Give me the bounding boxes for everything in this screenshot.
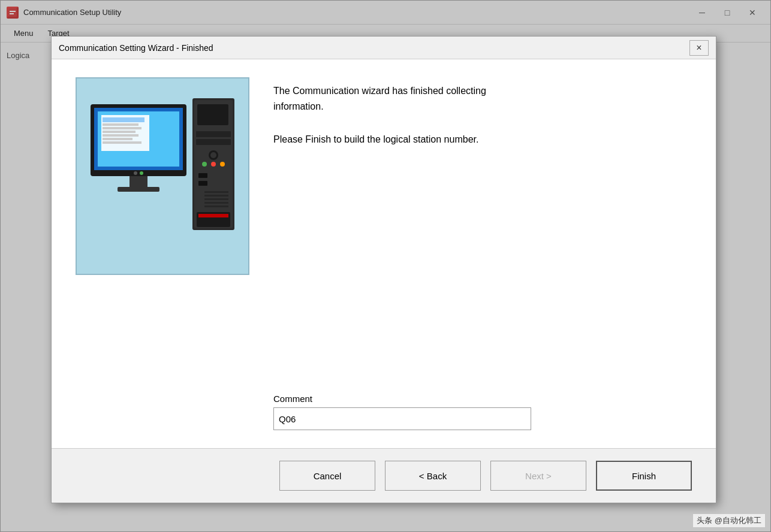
info-line2: information. (273, 101, 324, 111)
dialog-footer: Cancel < Back Next > Finish (52, 448, 716, 503)
svg-rect-31 (204, 195, 228, 197)
svg-rect-13 (103, 141, 141, 144)
svg-rect-21 (196, 131, 231, 137)
svg-point-16 (134, 171, 137, 175)
comment-label: Comment (273, 394, 692, 404)
cancel-button[interactable]: Cancel (279, 461, 375, 491)
info-text: The Communication wizard has finished co… (273, 83, 692, 114)
svg-rect-12 (103, 138, 132, 140)
svg-rect-22 (196, 139, 231, 145)
dialog-titlebar: Communication Setting Wizard - Finished … (52, 37, 716, 59)
finish-button[interactable]: Finish (596, 461, 692, 491)
svg-rect-7 (103, 117, 144, 122)
computer-svg (85, 86, 240, 266)
svg-point-25 (202, 162, 207, 167)
svg-rect-8 (103, 123, 138, 126)
comment-input[interactable] (273, 407, 531, 430)
info-line1: The Communication wizard has finished co… (273, 86, 486, 96)
svg-rect-29 (198, 181, 207, 186)
watermark: 头条 @自动化韩工 (693, 514, 765, 527)
svg-point-27 (220, 162, 225, 167)
dialog-title: Communication Setting Wizard - Finished (59, 43, 689, 53)
info-text-2: Please Finish to build the logical stati… (273, 132, 692, 147)
svg-rect-9 (103, 127, 141, 129)
wizard-dialog: Communication Setting Wizard - Finished … (51, 36, 716, 503)
back-button[interactable]: < Back (385, 461, 481, 491)
svg-rect-11 (103, 134, 138, 137)
svg-rect-36 (198, 214, 228, 217)
svg-rect-32 (204, 198, 228, 200)
svg-rect-33 (204, 202, 228, 204)
dialog-body: The Communication wizard has finished co… (52, 59, 716, 448)
dialog-close-button[interactable]: × (689, 40, 709, 56)
svg-rect-20 (197, 104, 228, 125)
svg-rect-15 (118, 187, 159, 192)
comment-section: Comment (273, 382, 692, 430)
dialog-main-content: The Communication wizard has finished co… (76, 77, 692, 430)
footer-buttons: Cancel < Back Next > Finish (279, 461, 692, 491)
svg-rect-28 (198, 173, 207, 178)
svg-point-17 (140, 171, 143, 175)
svg-rect-10 (103, 131, 135, 133)
svg-point-26 (211, 162, 216, 167)
dialog-right-panel: The Communication wizard has finished co… (273, 77, 692, 430)
svg-rect-34 (204, 205, 228, 207)
computer-illustration (76, 77, 249, 275)
next-button[interactable]: Next > (490, 461, 586, 491)
svg-point-24 (210, 152, 216, 158)
svg-rect-14 (129, 176, 147, 188)
svg-rect-30 (204, 191, 228, 193)
